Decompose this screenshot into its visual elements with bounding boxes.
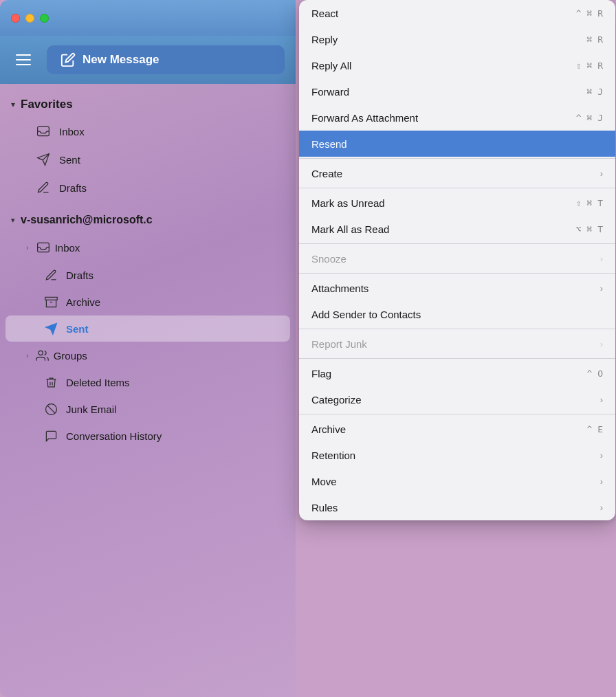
sidebar-item-acc-inbox[interactable]: › Inbox — [6, 234, 290, 261]
menu-divider-2 — [299, 188, 615, 188]
menu-item-forward[interactable]: Forward ⌘ J — [299, 78, 615, 104]
forward-attachment-label: Forward As Attachment — [311, 112, 418, 124]
forward-label: Forward — [311, 86, 349, 98]
menu-divider-3 — [299, 243, 615, 244]
menu-item-categorize[interactable]: Categorize › — [299, 386, 615, 412]
conversation-icon — [44, 429, 58, 443]
acc-inbox-label: Inbox — [55, 242, 80, 254]
favorites-title: Favorites — [21, 98, 73, 111]
reply-all-label: Reply All — [311, 60, 351, 71]
sidebar-item-acc-junk[interactable]: Junk Email — [6, 396, 290, 422]
sidebar-item-acc-conversation[interactable]: Conversation History — [6, 423, 290, 449]
acc-junk-label: Junk Email — [66, 403, 116, 415]
menu-item-mark-all-read[interactable]: Mark All as Read ⌥ ⌘ T — [299, 216, 615, 242]
sidebar-panel: New Message ▾ Favorites Inbox Sent Draft… — [0, 0, 296, 697]
groups-expand-icon: › — [26, 351, 29, 359]
account-chevron: ▾ — [11, 216, 15, 225]
sidebar-item-acc-deleted[interactable]: Deleted Items — [6, 369, 290, 395]
menu-item-snooze: Snooze › — [299, 245, 615, 272]
mark-unread-shortcut: ⇧ ⌘ T — [576, 198, 603, 208]
react-label: React — [311, 8, 338, 19]
menu-item-react[interactable]: React ^ ⌘ R — [299, 0, 615, 26]
flag-label: Flag — [311, 368, 331, 379]
mark-unread-label: Mark as Unread — [311, 197, 385, 209]
menu-divider-6 — [299, 358, 615, 359]
acc-sent-icon — [44, 322, 58, 335]
snooze-label: Snooze — [311, 253, 346, 265]
fav-inbox-label: Inbox — [59, 126, 85, 137]
trash-icon — [44, 375, 58, 389]
minimize-button[interactable] — [25, 14, 34, 23]
retention-label: Retention — [311, 450, 355, 461]
report-junk-label: Report Junk — [311, 338, 367, 350]
sidebar-item-acc-archive[interactable]: Archive — [6, 289, 290, 315]
acc-drafts-label: Drafts — [66, 269, 94, 281]
svg-marker-5 — [45, 323, 56, 334]
svg-line-8 — [47, 405, 54, 412]
move-chevron: › — [600, 476, 603, 487]
acc-conversation-label: Conversation History — [66, 430, 162, 442]
menu-item-mark-unread[interactable]: Mark as Unread ⇧ ⌘ T — [299, 190, 615, 216]
menu-item-forward-attachment[interactable]: Forward As Attachment ^ ⌘ J — [299, 104, 615, 131]
forward-attachment-shortcut: ^ ⌘ J — [576, 113, 603, 123]
sent-icon — [36, 152, 51, 167]
menu-item-resend[interactable]: Resend — [299, 131, 615, 157]
menu-item-move[interactable]: Move › — [299, 468, 615, 494]
resend-label: Resend — [311, 138, 347, 150]
sidebar-item-acc-sent[interactable]: Sent — [6, 316, 290, 342]
archive-icon — [44, 295, 58, 309]
hamburger-line — [16, 59, 31, 60]
attachments-chevron: › — [600, 283, 603, 294]
react-shortcut: ^ ⌘ R — [576, 8, 603, 19]
account-title: v-susanrich@microsoft.c — [21, 214, 153, 226]
menu-item-attachments[interactable]: Attachments › — [299, 275, 615, 301]
retention-chevron: › — [600, 450, 603, 461]
mark-all-read-shortcut: ⌥ ⌘ T — [576, 224, 603, 234]
add-sender-label: Add Sender to Contacts — [311, 309, 421, 320]
expand-icon: › — [26, 243, 29, 252]
inbox-icon — [36, 124, 51, 139]
menu-item-create[interactable]: Create › — [299, 160, 615, 186]
attachments-label: Attachments — [311, 283, 368, 294]
acc-inbox-icon — [36, 240, 51, 255]
sidebar-item-fav-inbox[interactable]: Inbox — [6, 118, 290, 145]
move-label: Move — [311, 476, 337, 487]
report-junk-chevron: › — [600, 339, 603, 349]
compose-icon — [60, 52, 76, 67]
sidebar-item-fav-sent[interactable]: Sent — [6, 146, 290, 173]
create-chevron: › — [600, 168, 603, 179]
titlebar — [0, 0, 296, 36]
hamburger-button[interactable] — [11, 47, 36, 72]
categorize-label: Categorize — [311, 394, 362, 406]
menu-item-reply-all[interactable]: Reply All ⇧ ⌘ R — [299, 52, 615, 78]
menu-item-rules[interactable]: Rules › — [299, 494, 615, 520]
close-button[interactable] — [11, 14, 20, 23]
menu-item-archive[interactable]: Archive ^ E — [299, 416, 615, 442]
menu-item-flag[interactable]: Flag ^ O — [299, 360, 615, 386]
rules-label: Rules — [311, 502, 338, 513]
account-section-header[interactable]: ▾ v-susanrich@microsoft.c — [0, 207, 296, 233]
fav-drafts-label: Drafts — [59, 182, 87, 194]
sidebar-item-fav-drafts[interactable]: Drafts — [6, 174, 290, 201]
categorize-chevron: › — [600, 395, 603, 405]
context-menu: React ^ ⌘ R Reply ⌘ R Reply All ⇧ ⌘ R Fo… — [299, 0, 615, 520]
favorites-chevron: ▾ — [11, 100, 15, 109]
favorites-section-header[interactable]: ▾ Favorites — [0, 92, 296, 117]
maximize-button[interactable] — [40, 14, 49, 23]
sidebar-item-acc-drafts[interactable]: Drafts — [6, 262, 290, 288]
menu-item-reply[interactable]: Reply ⌘ R — [299, 26, 615, 52]
forward-shortcut: ⌘ J — [587, 87, 603, 97]
menu-item-add-sender[interactable]: Add Sender to Contacts — [299, 301, 615, 327]
hamburger-line — [16, 64, 31, 65]
menu-item-retention[interactable]: Retention › — [299, 442, 615, 468]
snooze-chevron: › — [600, 254, 603, 264]
reply-shortcut: ⌘ R — [587, 34, 603, 45]
acc-deleted-label: Deleted Items — [66, 377, 130, 388]
mark-all-read-label: Mark All as Read — [311, 223, 389, 235]
reply-all-shortcut: ⇧ ⌘ R — [576, 60, 603, 71]
menu-divider-1 — [299, 158, 615, 159]
new-message-button[interactable]: New Message — [47, 45, 285, 74]
sidebar-item-acc-groups[interactable]: › Groups — [6, 342, 290, 368]
archive-label: Archive — [311, 423, 346, 435]
menu-item-report-junk: Report Junk › — [299, 331, 615, 357]
